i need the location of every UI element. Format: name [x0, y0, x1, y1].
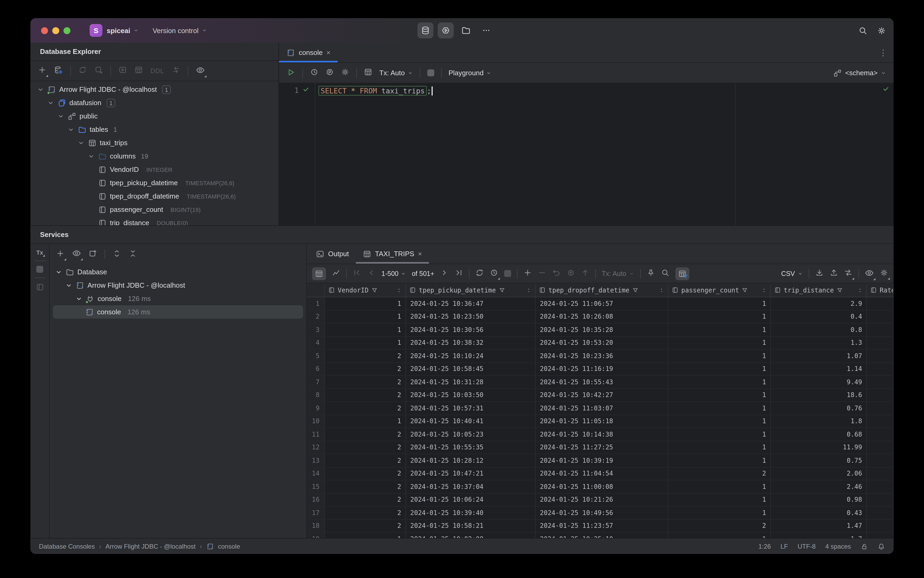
table-row[interactable]: 16 2 2024-01-25 10:06:24 2024-01-25 10:2… [307, 494, 893, 507]
cell-dropoff-datetime[interactable]: 2024-01-25 10:23:36 [536, 349, 668, 362]
filter-funnel-icon[interactable] [742, 287, 748, 293]
cell-trip-distance[interactable]: 0.75 [771, 454, 867, 467]
cell-ratecode[interactable] [867, 415, 893, 427]
find-button[interactable] [661, 268, 669, 279]
filter-funnel-icon[interactable] [836, 287, 843, 293]
cell-pickup-datetime[interactable]: 2024-01-25 10:38:32 [406, 336, 536, 349]
cell-passenger-count[interactable]: 1 [668, 389, 771, 401]
view-options-button[interactable] [196, 65, 204, 76]
first-page-button[interactable] [353, 268, 361, 279]
table-row[interactable]: 12 2 2024-01-25 10:55:35 2024-01-25 11:2… [307, 441, 893, 454]
cell-vendor-id[interactable]: 1 [325, 533, 406, 538]
cell-dropoff-datetime[interactable]: 2024-01-25 10:42:27 [536, 389, 668, 401]
tree-item-column[interactable]: trip_distance DOUBLE(0) [31, 216, 279, 225]
page-range-select[interactable]: 1-500 [381, 270, 406, 277]
table-row[interactable]: 7 2 2024-01-25 10:31:28 2024-01-25 10:55… [307, 376, 893, 389]
table-row[interactable]: 3 1 2024-01-25 10:30:56 2024-01-25 10:35… [307, 323, 893, 336]
cell-passenger-count[interactable]: 1 [668, 310, 771, 323]
cell-ratecode[interactable] [867, 441, 893, 454]
tree-item-column[interactable]: tpep_dropoff_datetime TIMESTAMP(26,6) [31, 190, 279, 203]
cell-ratecode[interactable] [867, 297, 893, 310]
cell-vendor-id[interactable]: 1 [325, 310, 406, 323]
chevron-down-icon[interactable] [57, 112, 65, 120]
project-structure-button[interactable] [458, 23, 474, 39]
open-table-button[interactable] [135, 66, 143, 76]
run-configuration-button[interactable] [438, 23, 454, 39]
cell-passenger-count[interactable]: 2 [668, 467, 771, 480]
settings-gear-icon[interactable] [877, 26, 886, 35]
tree-item-columns[interactable]: columns 19 [31, 149, 279, 163]
grid-settings-button[interactable] [880, 268, 888, 279]
cell-ratecode[interactable] [867, 507, 893, 519]
cell-passenger-count[interactable]: 1 [668, 402, 771, 414]
row-number[interactable]: 6 [307, 363, 325, 375]
cell-trip-distance[interactable]: 2.06 [771, 467, 867, 480]
cell-dropoff-datetime[interactable]: 2024-01-25 10:35:28 [536, 323, 668, 336]
table-row[interactable]: 14 2 2024-01-25 10:47:21 2024-01-25 11:0… [307, 467, 893, 481]
cell-trip-distance[interactable]: 1.3 [771, 336, 867, 349]
chevron-down-icon[interactable] [88, 153, 95, 160]
column-header[interactable]: trip_distance [771, 283, 867, 297]
cell-trip-distance[interactable]: 1.07 [771, 349, 867, 362]
cell-vendor-id[interactable]: 2 [325, 363, 406, 375]
cell-pickup-datetime[interactable]: 2024-01-25 10:31:28 [406, 376, 536, 388]
close-window-button[interactable] [41, 27, 48, 34]
row-number[interactable]: 18 [307, 520, 325, 532]
tx-mode-select[interactable]: Tx: Auto [379, 69, 413, 77]
row-number[interactable]: 2 [307, 310, 325, 323]
service-item-console-selected[interactable]: console 126 ms [53, 305, 303, 318]
row-number[interactable]: 13 [307, 454, 325, 467]
tx-strip-button[interactable]: Tx [36, 249, 43, 256]
cell-dropoff-datetime[interactable]: 2024-01-25 11:03:07 [536, 402, 668, 414]
cell-passenger-count[interactable]: 1 [668, 349, 771, 362]
cell-vendor-id[interactable]: 2 [325, 402, 406, 414]
cell-ratecode[interactable] [867, 428, 893, 440]
filter-button[interactable] [675, 267, 689, 280]
table-row[interactable]: 6 2 2024-01-25 10:58:45 2024-01-25 11:16… [307, 363, 893, 376]
table-row[interactable]: 11 2 2024-01-25 10:05:23 2024-01-25 10:1… [307, 428, 893, 441]
row-number[interactable]: 4 [307, 336, 325, 349]
cell-pickup-datetime[interactable]: 2024-01-25 10:47:21 [406, 467, 536, 480]
cell-vendor-id[interactable]: 2 [325, 507, 406, 519]
cell-ratecode[interactable] [867, 363, 893, 375]
cell-pickup-datetime[interactable]: 2024-01-25 10:36:47 [406, 297, 536, 310]
in-editor-results-button[interactable] [364, 68, 372, 78]
cell-dropoff-datetime[interactable]: 2024-01-25 11:00:08 [536, 481, 668, 493]
tab-options-icon[interactable]: ⋮ [879, 43, 887, 62]
table-row[interactable]: 19 1 2024-01-25 10:02:08 2024-01-25 10:2… [307, 533, 893, 538]
cell-pickup-datetime[interactable]: 2024-01-25 10:03:50 [406, 389, 536, 401]
table-row[interactable]: 9 2 2024-01-25 10:57:31 2024-01-25 11:03… [307, 402, 893, 415]
cell-vendor-id[interactable]: 1 [325, 323, 406, 336]
cell-vendor-id[interactable]: 2 [325, 467, 406, 480]
filter-funnel-icon[interactable] [632, 287, 638, 293]
column-header[interactable]: passenger_count [668, 283, 771, 297]
revert-selected-button[interactable] [567, 268, 575, 279]
cell-ratecode[interactable] [867, 481, 893, 493]
lock-icon[interactable] [861, 542, 868, 550]
row-number[interactable]: 12 [307, 441, 325, 454]
row-number[interactable]: 3 [307, 323, 325, 336]
row-number[interactable]: 17 [307, 507, 325, 519]
jump-to-console-button[interactable] [172, 66, 180, 76]
import-button[interactable] [815, 268, 824, 279]
tree-item-datasource[interactable]: Arrow Flight JDBC - @localhost 1 [31, 83, 279, 96]
refresh-button[interactable] [78, 66, 87, 76]
cell-vendor-id[interactable]: 1 [325, 336, 406, 349]
sort-arrows-icon[interactable] [525, 287, 532, 293]
layout-icon[interactable] [36, 283, 44, 291]
cell-dropoff-datetime[interactable]: 2024-01-25 10:26:08 [536, 310, 668, 323]
cell-vendor-id[interactable]: 2 [325, 389, 406, 401]
breadcrumb-item[interactable]: Database Consoles [39, 542, 95, 550]
service-item-datasource[interactable]: Arrow Flight JDBC - @localhost [50, 279, 306, 292]
cell-dropoff-datetime[interactable]: 2024-01-25 11:05:18 [536, 415, 668, 427]
cell-trip-distance[interactable]: 1.47 [771, 520, 867, 532]
cell-trip-distance[interactable]: 11.99 [771, 441, 867, 454]
project-menu[interactable]: spiceai [107, 26, 139, 34]
export-format-select[interactable]: CSV [781, 270, 803, 277]
last-page-button[interactable] [454, 268, 463, 279]
cell-passenger-count[interactable]: 1 [668, 533, 771, 538]
corner-cell[interactable] [307, 283, 325, 297]
row-number[interactable]: 1 [307, 297, 325, 310]
collapse-all-button[interactable] [128, 249, 137, 259]
cell-trip-distance[interactable]: 0.68 [771, 428, 867, 440]
